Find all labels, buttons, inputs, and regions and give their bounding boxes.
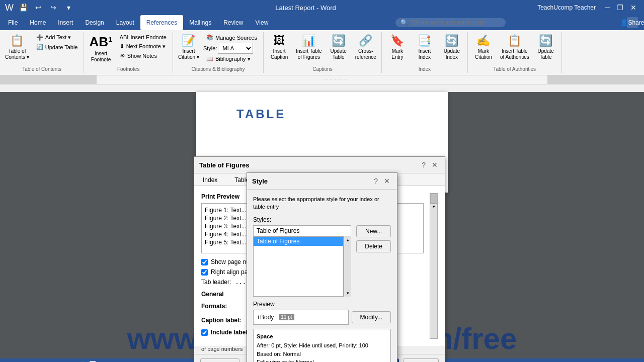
style-description: Please select the appropriate style for … [253,196,391,211]
manage-sources-icon: 📚 [206,34,213,41]
update-table-button-toc[interactable]: 🔄 Update Table [33,43,81,51]
update-captions-icon: 🔄 [332,34,345,47]
style-select[interactable]: MLA APA Chicago [218,43,253,54]
style-dialog-close[interactable]: ✕ [382,176,392,186]
share-button[interactable]: 👤 Share [627,17,638,28]
style-dialog-help[interactable]: ? [372,176,380,186]
app-icon: W [5,3,14,13]
dialog-tof-modify-button[interactable]: Modify... [200,358,239,362]
style-row: Style: MLA APA Chicago [203,43,260,54]
customize-button[interactable]: ▾ [63,2,74,13]
style-preview-section: Preview +Body 11 pt Modify... [253,301,391,325]
close-button[interactable]: ✕ [628,2,639,13]
manage-sources-button[interactable]: 📚 Manage Sources [203,33,260,42]
minimize-button[interactable]: ─ [602,2,613,13]
preview-pt-badge: 11 pt [279,314,294,320]
update-table-auth-button[interactable]: 🔄 UpdateTable [533,33,558,61]
toc-icon: 📋 [10,34,24,47]
insert-table-figures-button[interactable]: 📊 Insert Tableof Figures [294,33,324,61]
save-button[interactable]: 💾 [18,2,29,13]
menu-bar: File Home Insert Design Layout Reference… [0,15,644,30]
dialog-tof-cancel-button[interactable]: Cancel [403,358,439,362]
endnote-icon: ABI [120,34,129,40]
footnotes-small-btns: ABI Insert Endnote ⬇ Next Footnote ▾ 👁 S… [117,33,170,60]
footnotes-group-inner: AB¹ InsertFootnote ABI Insert Endnote ⬇ … [87,33,170,66]
share-icon: 👤 [620,19,628,26]
title-bar: W 💾 ↩ ↪ ▾ Latest Report - Word TeachUcom… [0,0,644,15]
menu-layout[interactable]: Layout [110,15,140,30]
dialog-tof-title: Table of Figures [199,161,249,169]
caption-label: InsertCaption [271,48,288,60]
insert-index-button[interactable]: 📑 InsertIndex [412,33,437,61]
tab-index[interactable]: Index [194,173,226,186]
dialog-tof-close[interactable]: ✕ [430,160,440,170]
styles-listbox-scrollbar[interactable]: ▴ ▾ [344,236,351,297]
user-name: TeachUcomp Teacher [537,4,596,11]
mark-entry-button[interactable]: 🔖 MarkEntry [385,33,410,61]
show-page-numbers-checkbox[interactable] [201,259,208,265]
menu-design[interactable]: Design [79,15,110,30]
undo-button[interactable]: ↩ [33,2,44,13]
table-of-contents-button[interactable]: 📋 Table ofContents ▾ [3,33,31,61]
restore-button[interactable]: ❐ [615,2,626,13]
right-align-checkbox[interactable] [201,269,208,276]
styles-listbox[interactable]: Table of Figures [253,236,344,297]
menu-insert[interactable]: Insert [52,15,79,30]
mark-citation-button[interactable]: ✍ MarkCitation [471,33,496,61]
dialog-style: Style ? ✕ Please select the appropriate … [247,172,397,362]
index-group-inner: 🔖 MarkEntry 📑 InsertIndex 🔄 UpdateIndex [385,33,464,66]
insert-table-authorities-button[interactable]: 📋 Insert Tableof Authorities [498,33,531,61]
ribbon-group-citations: 📝 InsertCitation ▾ 📚 Manage Sources Styl… [173,32,264,73]
insert-citation-button[interactable]: 📝 InsertCitation ▾ [176,33,201,61]
menu-references[interactable]: References [140,15,183,30]
show-notes-button[interactable]: 👁 Show Notes [117,52,170,60]
window-title: Latest Report - Word [275,4,336,12]
menu-home[interactable]: Home [24,15,52,30]
delete-style-button[interactable]: Delete [356,240,391,252]
update-index-icon: 🔄 [445,34,458,47]
update-index-button[interactable]: 🔄 UpdateIndex [439,33,464,61]
cross-ref-icon: 🔗 [359,34,372,47]
cross-reference-button[interactable]: 🔗 Cross-reference [353,33,378,61]
new-style-button[interactable]: New... [356,225,391,237]
ribbon-group-captions: 🖼 InsertCaption 📊 Insert Tableof Figures… [264,32,382,73]
ribbon: 📋 Table ofContents ▾ ➕ Add Text ▾ 🔄 Upda… [0,30,644,75]
update-table-captions-button[interactable]: 🔄 UpdateTable [326,33,351,61]
styles-listbox-item-tof[interactable]: Table of Figures [254,237,343,246]
style-dialog-body: Please select the appropriate style for … [247,190,397,362]
menu-view[interactable]: View [250,15,275,30]
bibliography-button[interactable]: 📖 Bibliography ▾ [203,55,260,63]
menu-mailings[interactable]: Mailings [183,15,217,30]
redo-button[interactable]: ↪ [48,2,59,13]
footnotes-group-label: Footnotes [117,66,139,72]
toc-small-btns: ➕ Add Text ▾ 🔄 Update Table [33,33,81,51]
include-label-checkbox[interactable] [201,329,208,336]
dialog-tof-help[interactable]: ? [420,160,428,170]
style-preview-row: +Body 11 pt Modify... [253,310,391,325]
table-figures-icon: 📊 [302,34,315,47]
style-modify-button[interactable]: Modify... [352,311,391,323]
update-toc-icon: 🔄 [36,44,43,50]
toc-group-label: Table of Contents [22,66,61,72]
styles-input[interactable] [253,225,351,236]
menu-file[interactable]: File [2,15,24,30]
mark-citation-label: MarkCitation [475,48,492,60]
menu-review[interactable]: Review [217,15,249,30]
styles-label: Styles: [253,216,391,223]
insert-footnote-button[interactable]: AB¹ InsertFootnote [87,33,114,64]
footnote-icon: AB¹ [89,34,112,50]
caption-icon: 🖼 [274,34,285,47]
preview-body-text: +Body [257,314,274,321]
citations-small-btns: 📚 Manage Sources Style: MLA APA Chicago … [203,33,260,63]
search-input[interactable] [410,19,501,26]
table-figures-label: Insert Tableof Figures [296,48,322,60]
next-footnote-button[interactable]: ⬇ Next Footnote ▾ [117,42,170,51]
style-dialog-icons: ? ✕ [372,176,392,186]
show-notes-icon: 👁 [120,53,125,59]
insert-caption-button[interactable]: 🖼 InsertCaption [267,33,292,61]
tof-scrollbar[interactable]: ▾ [430,193,438,339]
mark-entry-icon: 🔖 [390,34,404,47]
add-text-button[interactable]: ➕ Add Text ▾ [33,33,81,42]
next-footnote-icon: ⬇ [120,43,124,50]
insert-endnote-button[interactable]: ABI Insert Endnote [117,33,170,41]
